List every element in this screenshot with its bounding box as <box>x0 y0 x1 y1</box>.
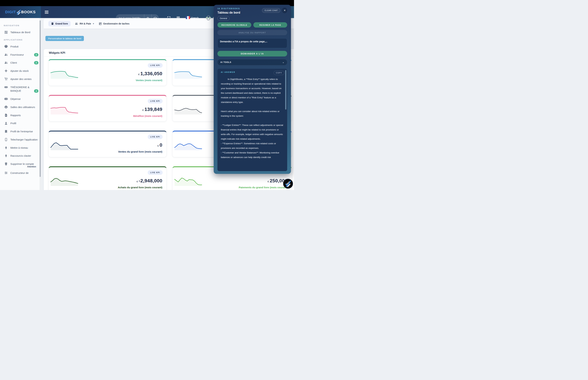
sidebar-item-supprimer-le-compte[interactable]: Supprimer le compte <box>0 160 41 167</box>
sidebar-item-produit[interactable]: Produit <box>0 42 41 51</box>
kpi-label: Achats du grand livre (mois courant) <box>118 186 162 189</box>
arrow-up-icon <box>4 154 8 157</box>
sidebar-item-ajouter-du-stock[interactable]: Ajouter du stock <box>0 67 41 75</box>
sliders-icon <box>4 171 8 174</box>
ai-robot-icon[interactable] <box>144 14 152 22</box>
tab-label: Gestionnaire de taches <box>103 22 130 25</box>
sidebar-item-label: Tableaux de Bord <box>10 30 38 34</box>
count-badge: 2 <box>34 53 38 57</box>
currency-exchange-icon[interactable]: $ € <box>206 15 211 21</box>
ai-tools-label: AI TOOLS <box>220 61 231 63</box>
sidebar-item-mettre-a-niveau[interactable]: Mettre à niveau <box>0 144 41 152</box>
sidebar-item-salles-des-utilisateurs[interactable]: Salles des utilisateurs <box>0 103 41 111</box>
expense-card-icon: $ <box>4 97 8 100</box>
ask-ai-search <box>116 14 159 22</box>
sidebar: NAVIGATION Tableaux de Bord APPLICATIONS… <box>0 18 41 190</box>
cart-icon <box>4 77 8 81</box>
report-analysis-button[interactable]: ANALYSE DU RAPPORT <box>217 30 287 35</box>
building-icon <box>4 130 8 133</box>
tab-gestionnaire-de-taches[interactable]: Gestionnaire de taches <box>99 22 130 25</box>
ai-chat-fab[interactable] <box>283 179 293 189</box>
clear-chat-button[interactable]: CLEAR CHAT <box>262 8 280 13</box>
kpi-card-ventes-grand-livre: LIVE KPI €0 Ventes du grand livre (mois … <box>49 131 167 157</box>
tab-rh-paie[interactable]: RH & Paie ▼ <box>75 22 95 25</box>
sidebar-item-raccourcis-clavier[interactable]: Raccourcis clavier <box>0 152 41 160</box>
sidebar-item-rapports[interactable]: Rapports <box>0 111 41 119</box>
count-badge: 4 <box>34 89 38 93</box>
kpi-label: Bénéfice (mois courant) <box>133 114 162 117</box>
person-icon <box>4 122 8 125</box>
answer-paragraph: - **Ledger Entries**: These can reflect … <box>221 123 284 160</box>
logo-x-check-icon <box>16 10 21 15</box>
sparkline-chart <box>51 177 78 186</box>
apps-grid-icon[interactable] <box>176 16 180 20</box>
sidebar-item-label: Profil de l'entreprise <box>10 130 38 133</box>
sidebar-item-label: TRÉSORERIE & BANQUE <box>10 85 31 93</box>
kpi-value: €139,849 <box>142 107 162 112</box>
learn-graduation-cap-icon[interactable] <box>152 14 159 22</box>
sidebar-scrollbar <box>40 18 41 190</box>
sidebar-item-profil-entreprise[interactable]: Profil de l'entreprise <box>0 127 41 135</box>
kpi-card-ventes: LIVE KPI €1,336,050 Ventes (mois courant… <box>49 59 167 86</box>
chevron-down-icon: ⌄ <box>283 61 284 63</box>
sidebar-item-profil[interactable]: Profil <box>0 119 41 127</box>
arrow-up-icon <box>4 146 8 149</box>
tab-grand-livre[interactable]: Grand livre <box>48 21 71 26</box>
sidebar-item-depense[interactable]: $ Dépense <box>0 95 41 103</box>
ai-question-input[interactable] <box>217 38 287 48</box>
language-label[interactable]: French <box>191 17 199 19</box>
logo-x-check-icon <box>285 180 291 187</box>
sparkline-chart <box>174 141 202 150</box>
customize-dashboard-button[interactable]: Personnaliser le tableau de bord <box>45 36 84 41</box>
copy-button[interactable]: COPY <box>274 71 285 75</box>
sparkline-chart <box>174 106 202 114</box>
ask-ai-button[interactable]: DEMANDER A L'IA <box>217 51 287 57</box>
banknote-icon <box>4 86 8 89</box>
sidebar-item-telecharger-application[interactable]: Telecharger l'application <box>0 135 41 144</box>
app-logo[interactable]: DIGIT BOOKS <box>0 6 41 18</box>
sidebar-item-label: Produit <box>10 45 38 48</box>
answer-scrollbar-thumb[interactable] <box>285 70 286 110</box>
kpi-label: Ventes (mois courant) <box>136 79 162 82</box>
close-icon[interactable]: ✕ <box>282 7 287 13</box>
kpi-label: Ventes du grand livre (mois courant) <box>118 150 162 153</box>
sidebar-item-label: Profil <box>10 121 38 125</box>
global-search-button[interactable]: RECHERCHE GLOBALE <box>217 22 251 28</box>
phone-icon <box>4 138 8 141</box>
french-flag-icon[interactable] <box>186 16 190 19</box>
sidebar-item-fournisseur[interactable]: Fournisseur 2 <box>0 51 41 59</box>
kpi-value: €1,336,050 <box>138 71 162 76</box>
ai-panel-kicker: IA DIGITXBOOKS <box>217 7 240 10</box>
sidebar-item-tresorerie-banque[interactable]: TRÉSORERIE & BANQUE 4 <box>0 83 41 95</box>
chevron-down-icon: ▼ <box>93 23 95 25</box>
svg-text:$: $ <box>207 17 208 19</box>
general-tag[interactable]: General <box>217 16 229 20</box>
sidebar-item-constructeur-de[interactable]: Constructeur de <box>0 169 41 177</box>
menu-hamburger-icon[interactable] <box>45 10 49 14</box>
summarize-page-button[interactable]: RESUMER LA PAGE <box>253 22 287 28</box>
kpi-label: Paiements du grand livre (mois courant) <box>239 186 287 189</box>
fullscreen-icon[interactable] <box>167 16 171 20</box>
sidebar-item-label: Dépense <box>10 97 38 101</box>
sidebar-item-label: Ajouter des ventes <box>10 77 38 81</box>
sidebar-scrollbar-thumb[interactable] <box>40 20 41 177</box>
tab-label: RH & Paie <box>80 22 91 25</box>
ai-panel-title: Tableau de bord <box>217 11 240 15</box>
kpi-value: €0 <box>158 142 162 148</box>
logo-text: DIGIT <box>5 10 16 14</box>
users-icon <box>4 53 8 56</box>
ask-ai-search-input[interactable] <box>116 14 144 22</box>
sidebar-item-ajouter-des-ventes[interactable]: Ajouter des ventes <box>0 75 41 83</box>
trash-icon <box>4 162 8 166</box>
kpi-card-benefice: LIVE KPI €139,849 Bénéfice (mois courant… <box>49 95 167 121</box>
sidebar-item-tableaux-de-bord[interactable]: Tableaux de Bord <box>0 28 41 37</box>
ledger-book-icon <box>51 22 54 25</box>
svg-text:$: $ <box>5 98 6 100</box>
document-icon <box>4 114 8 117</box>
box-icon <box>4 45 8 48</box>
hr-users-gear-icon <box>75 22 78 25</box>
ai-tools-dropdown[interactable]: AI TOOLS ⌄ <box>217 59 287 65</box>
sidebar-item-client[interactable]: Client 2 <box>0 59 41 67</box>
sidebar-item-label: Rapports <box>10 114 38 117</box>
answer-paragraph: In DigitXBooks, a **Risk Entry** typical… <box>221 77 284 104</box>
